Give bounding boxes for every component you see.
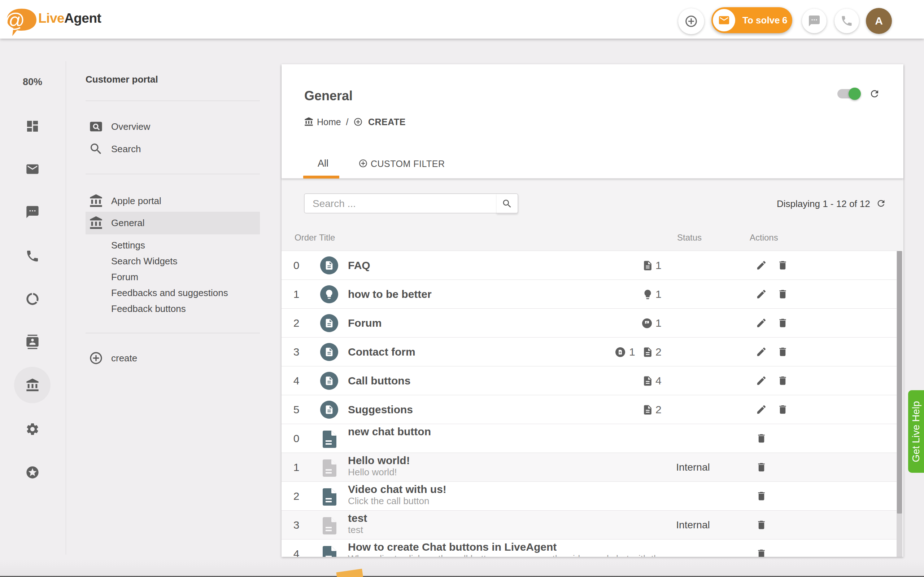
svg-text:@: @ [5, 9, 25, 31]
